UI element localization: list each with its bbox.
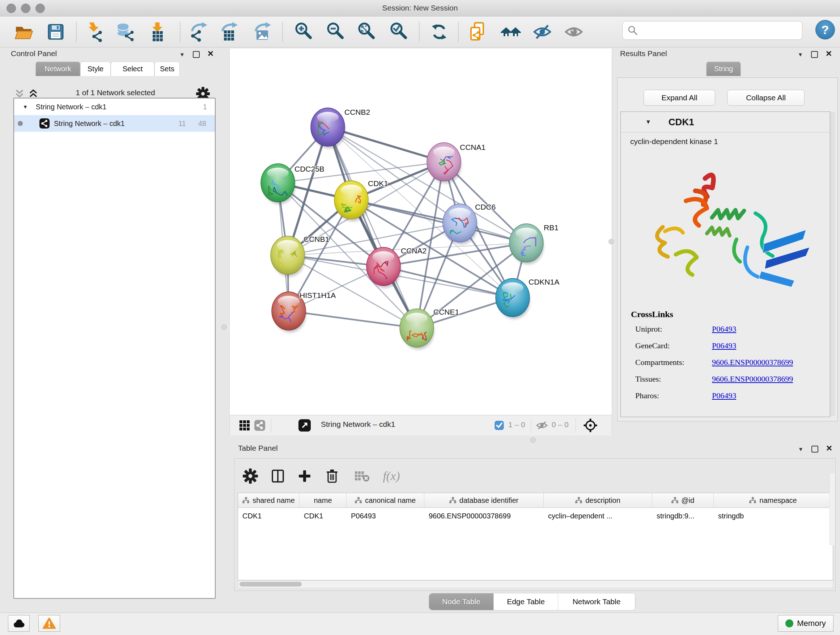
collapse-panel-icon[interactable]: ▼ (798, 447, 804, 452)
close-panel-icon[interactable]: × (208, 49, 213, 59)
close-panel-icon[interactable]: × (826, 49, 832, 59)
network-collection-row[interactable]: ▼ String Network – cdk1 1 (14, 98, 215, 115)
node-CCNA1[interactable]: CCNA1 (427, 143, 485, 183)
column-header-namespace[interactable]: namespace (714, 493, 833, 508)
cell-canonicalname[interactable]: P06493 (347, 508, 424, 524)
column-header-canonicalname[interactable]: canonical name (347, 493, 424, 508)
splitter-handle-bottom[interactable] (531, 437, 536, 443)
delete-column-icon[interactable] (324, 467, 341, 485)
network-row[interactable]: String Network – cdk1 11 48 (14, 115, 215, 132)
tab-style[interactable]: Style (80, 62, 111, 76)
memory-button[interactable]: Memory (778, 615, 834, 632)
zoom-selected-button[interactable] (389, 22, 409, 42)
cell-name[interactable]: CDK1 (300, 508, 347, 524)
node-RB1[interactable]: RB1 (509, 223, 559, 264)
tab-string[interactable]: String (706, 62, 741, 76)
delete-table-icon[interactable] (354, 467, 371, 485)
selected-checkbox-icon[interactable] (494, 421, 504, 430)
grid-view-icon[interactable] (239, 420, 250, 431)
column-header-databaseidentifier[interactable]: database identifier (424, 493, 544, 508)
results-scrollbar[interactable] (831, 112, 835, 416)
tab-network-table[interactable]: Network Table (558, 593, 635, 610)
export-table-button[interactable] (219, 22, 240, 42)
collapse-entry-icon[interactable]: ▼ (645, 119, 651, 125)
expand-all-button[interactable]: Expand All (644, 90, 715, 106)
edge-CCNB2-CCNA1[interactable] (328, 127, 444, 162)
collapse-collection-icon[interactable]: ▼ (23, 104, 28, 110)
close-panel-icon[interactable]: × (826, 443, 832, 453)
float-panel-icon[interactable] (811, 51, 818, 58)
new-network-from-selection-button[interactable] (468, 22, 488, 42)
float-panel-icon[interactable] (812, 446, 818, 453)
import-network-database-button[interactable] (115, 22, 135, 42)
string-network-graph[interactable]: CCNB2 CCNA1 CDC25B CDK1 CDC6 (230, 49, 612, 415)
tab-node-table[interactable]: Node Table (429, 593, 494, 610)
edge-HIST1H1A-CCNE1[interactable] (289, 311, 417, 328)
export-network-button[interactable] (189, 22, 210, 42)
help-button[interactable]: ? (815, 20, 835, 40)
collapse-all-button[interactable]: Collapse All (727, 90, 805, 106)
import-table-button[interactable] (148, 22, 168, 42)
search-field[interactable] (622, 21, 802, 40)
cell-databaseidentifier[interactable]: 9606.ENSP00000378699 (424, 508, 544, 524)
hidden-eye-icon[interactable] (536, 421, 548, 430)
tab-edge-table[interactable]: Edge Table (494, 593, 558, 610)
tab-sets[interactable]: Sets (155, 62, 180, 76)
tab-network[interactable]: Network (35, 62, 80, 76)
zoom-fit-content-button[interactable] (357, 22, 377, 42)
cell-sharedname[interactable]: CDK1 (238, 508, 300, 524)
show-columns-icon[interactable] (269, 467, 286, 485)
homes-button[interactable] (501, 22, 521, 42)
open-session-button[interactable] (14, 22, 34, 42)
table-row[interactable]: CDK1CDK1P064939606.ENSP00000378699cyclin… (238, 508, 833, 524)
column-header-description[interactable]: description (544, 493, 652, 508)
node-CDC6[interactable]: CDC6 (443, 203, 496, 244)
zoom-in-button[interactable] (294, 22, 314, 42)
network-canvas[interactable]: CCNB2 CCNA1 CDC25B CDK1 CDC6 (230, 49, 612, 415)
table-options-gear-icon[interactable] (242, 467, 259, 485)
hide-selected-button[interactable] (532, 22, 553, 42)
network-view-icon[interactable] (254, 420, 265, 431)
crosslink-value-link[interactable]: P06493 (712, 341, 736, 350)
cell-id[interactable]: stringdb:9... (652, 508, 714, 524)
table-vertical-scrollbar[interactable] (829, 473, 835, 545)
scrollbar-thumb[interactable] (240, 582, 302, 586)
show-all-button[interactable] (564, 22, 584, 42)
splitter-handle-right[interactable] (608, 239, 614, 244)
column-header-id[interactable]: @id (652, 493, 714, 508)
crosslink-value-link[interactable]: 9606.ENSP00000378699 (712, 374, 793, 384)
node-result-header[interactable]: ▼ CDK1 (621, 112, 830, 133)
cell-description[interactable]: cyclin–dependent ... (544, 508, 652, 524)
edge-CDK1-RB1[interactable] (351, 200, 526, 243)
search-input[interactable] (638, 23, 802, 38)
node-CCNE1[interactable]: CCNE1 (400, 308, 459, 349)
float-panel-icon[interactable] (193, 51, 200, 58)
open-in-window-icon[interactable] (298, 419, 311, 432)
import-network-button[interactable] (84, 22, 104, 42)
edge-CCNB2-CCNE1[interactable] (328, 127, 417, 328)
node-CCNA2[interactable]: CCNA2 (366, 247, 426, 288)
crosslink-value-link[interactable]: P06493 (712, 391, 736, 401)
save-session-button[interactable] (45, 22, 65, 42)
cell-namespace[interactable]: stringdb (714, 508, 833, 524)
birdseye-view-icon[interactable] (584, 418, 597, 432)
crosslink-value-link[interactable]: P06493 (712, 325, 736, 334)
apply-preferred-layout-button[interactable] (429, 22, 449, 42)
table-horizontal-scrollbar[interactable] (238, 580, 833, 588)
column-header-sharedname[interactable]: shared name (238, 493, 300, 508)
export-image-button[interactable] (253, 22, 273, 42)
splitter-handle-left[interactable] (221, 325, 227, 330)
crosslink-value-link[interactable]: 9606.ENSP00000378699 (712, 358, 793, 367)
warning-status-button[interactable] (38, 615, 60, 632)
collapse-panel-icon[interactable]: ▼ (180, 52, 185, 57)
node-CDKN1A[interactable]: CDKN1A (496, 278, 559, 319)
cloud-status-button[interactable] (8, 615, 30, 632)
create-column-icon[interactable] (296, 467, 313, 485)
column-header-name[interactable]: name (300, 493, 347, 508)
node-HIST1H1A[interactable]: HIST1H1A (272, 291, 336, 333)
tab-select[interactable]: Select (111, 62, 155, 76)
zoom-out-button[interactable] (325, 22, 346, 42)
node-CCNB2[interactable]: CCNB2 (311, 108, 370, 149)
function-builder-icon[interactable]: f(x) (378, 467, 404, 485)
collapse-panel-icon[interactable]: ▼ (798, 52, 803, 57)
